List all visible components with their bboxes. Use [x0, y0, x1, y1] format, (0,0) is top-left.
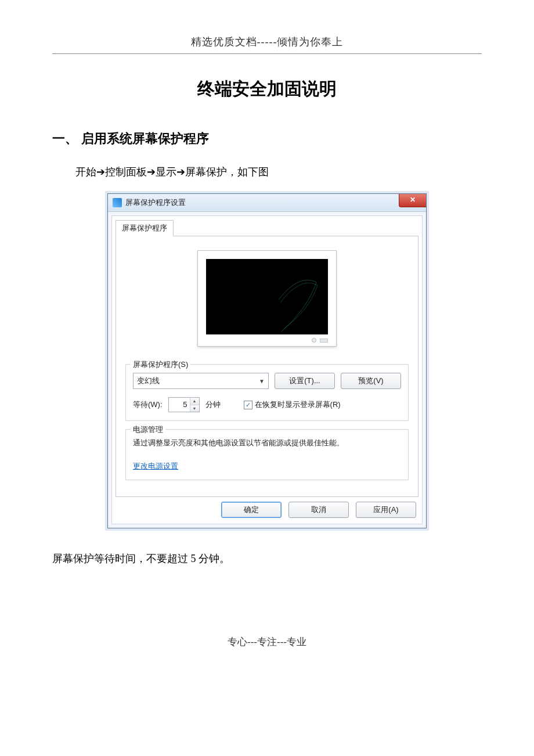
- dialog-button-row: 确定 取消 应用(A): [116, 497, 418, 520]
- power-group-label: 电源管理: [131, 424, 165, 435]
- section-1-heading: 一、 启用系统屏幕保护程序: [52, 130, 482, 147]
- document-header: 精选优质文档-----倾情为你奉上: [52, 35, 482, 54]
- tab-body: 屏幕保护程序(S) 变幻线 ▼ 设置(T)... 预览(V) 等待(W):: [116, 236, 418, 497]
- spin-up-icon[interactable]: ▲: [190, 398, 199, 405]
- dialog-title: 屏幕保护程序设置: [125, 197, 186, 208]
- screensaver-group-label: 屏幕保护程序(S): [131, 359, 190, 370]
- resume-login-checkbox[interactable]: ✓ 在恢复时显示登录屏幕(R): [244, 399, 341, 410]
- dialog-window: 屏幕保护程序设置 ✕ 屏幕保护程序: [107, 193, 427, 528]
- monitor-foot: [206, 334, 328, 343]
- monitor-preview: [197, 250, 337, 347]
- power-led-icon: [312, 338, 316, 343]
- power-description: 通过调整显示亮度和其他电源设置以节省能源或提供最佳性能。: [133, 438, 401, 448]
- monitor-button-icon: [320, 339, 328, 343]
- wait-spinner[interactable]: 5 ▲ ▼: [168, 397, 200, 412]
- preview-button[interactable]: 预览(V): [341, 373, 401, 389]
- power-group: 电源管理 通过调整显示亮度和其他电源设置以节省能源或提供最佳性能。 更改电源设置: [125, 429, 409, 480]
- screensaver-select[interactable]: 变幻线 ▼: [133, 373, 269, 389]
- caption-text: 屏幕保护等待时间，不要超过 5 分钟。: [52, 552, 482, 566]
- mystify-lines-icon: [276, 271, 328, 334]
- checkbox-checked-icon: ✓: [244, 401, 252, 409]
- preview-screen: [206, 259, 328, 334]
- document-title: 终端安全加固说明: [52, 77, 482, 101]
- wait-value: 5: [169, 398, 190, 412]
- resume-login-label: 在恢复时显示登录屏幕(R): [255, 399, 341, 410]
- ok-button[interactable]: 确定: [221, 502, 282, 518]
- spin-buttons: ▲ ▼: [190, 398, 199, 412]
- wait-unit: 分钟: [205, 399, 221, 410]
- apply-button[interactable]: 应用(A): [356, 502, 416, 518]
- settings-button[interactable]: 设置(T)...: [275, 373, 335, 389]
- wait-label: 等待(W):: [133, 399, 163, 410]
- tab-screensaver[interactable]: 屏幕保护程序: [116, 220, 174, 236]
- dialog-client-area: 屏幕保护程序: [111, 215, 423, 524]
- change-power-settings-link[interactable]: 更改电源设置: [133, 462, 178, 470]
- document-footer: 专心---专注---专业: [52, 635, 482, 649]
- screensaver-dialog-screenshot: 屏幕保护程序设置 ✕ 屏幕保护程序: [107, 193, 427, 528]
- cancel-button[interactable]: 取消: [288, 502, 349, 518]
- dialog-titlebar: 屏幕保护程序设置 ✕: [108, 194, 426, 212]
- close-icon: ✕: [410, 196, 416, 204]
- window-icon: [113, 198, 122, 207]
- chevron-down-icon: ▼: [259, 378, 265, 384]
- spin-down-icon[interactable]: ▼: [190, 405, 199, 412]
- navigation-path-text: 开始➔控制面板➔显示➔屏幕保护，如下图: [75, 165, 482, 179]
- screensaver-select-value: 变幻线: [137, 376, 160, 386]
- preview-area: [125, 250, 409, 347]
- screensaver-group: 屏幕保护程序(S) 变幻线 ▼ 设置(T)... 预览(V) 等待(W):: [125, 364, 409, 421]
- close-button[interactable]: ✕: [399, 194, 426, 207]
